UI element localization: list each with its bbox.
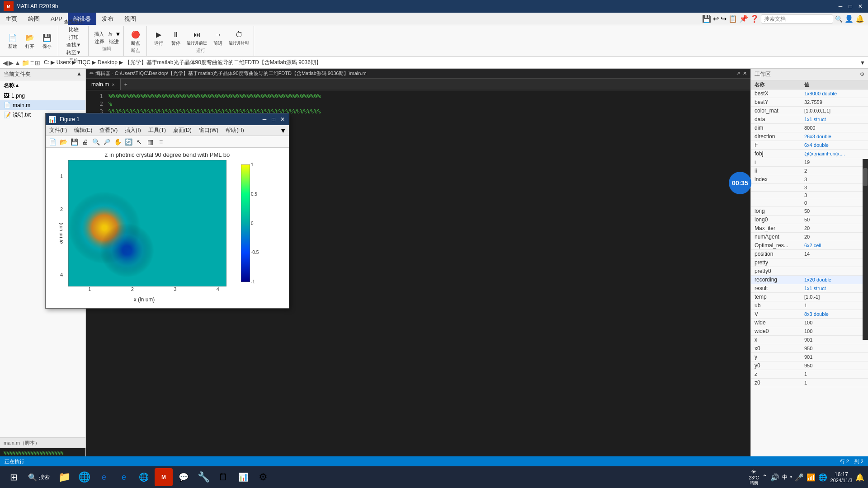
workspace-row[interactable]: fobj@(x,y)aimFcn(x,... <box>751 150 868 158</box>
editor-undock[interactable]: ↗ <box>736 70 740 76</box>
workspace-row[interactable]: wide0100 <box>751 327 868 336</box>
fig-tool-cursor[interactable]: ↖ <box>134 137 144 147</box>
taskbar-browser3[interactable]: e <box>115 468 133 486</box>
workspace-row[interactable]: x0950 <box>751 344 868 353</box>
workspace-row[interactable]: pretty <box>751 258 868 267</box>
taskbar-folder[interactable]: 📁 <box>55 468 73 486</box>
workspace-row[interactable]: Optimal_res...6x2 cell <box>751 241 868 250</box>
fig-tool-legend[interactable]: ≡ <box>156 137 166 147</box>
doc-search-input[interactable] <box>761 14 833 23</box>
taskbar-tools[interactable]: 🔧 <box>194 468 212 486</box>
workspace-row[interactable]: ii2 <box>751 167 868 175</box>
indent-button[interactable]: 缩进 <box>107 38 121 46</box>
workspace-row[interactable]: bestX1x8000 double <box>751 89 868 98</box>
run-button[interactable]: ▶ 运行 <box>151 28 167 47</box>
taskbar-browser1[interactable]: 🌐 <box>75 468 93 486</box>
compare-button[interactable]: 比较 <box>67 26 80 33</box>
print-button[interactable]: 打印 <box>67 33 80 41</box>
figure-minimize[interactable]: ─ <box>261 116 268 123</box>
expand-icon[interactable]: ⊞ <box>35 59 40 66</box>
menu-home[interactable]: 主页 <box>0 13 23 25</box>
fig-menu-edit[interactable]: 编辑(E) <box>71 127 96 134</box>
workspace-row[interactable]: direction26x3 double <box>751 132 868 141</box>
copy-icon[interactable]: 📋 <box>728 14 737 23</box>
taskbar-browser4[interactable]: 🌐 <box>135 468 153 486</box>
fig-menu-tools[interactable]: 工具(T) <box>145 127 170 134</box>
figure-menu-expand[interactable]: ▼ <box>277 127 289 134</box>
workspace-row[interactable]: bestY32.7559 <box>751 98 868 107</box>
file-panel-collapse[interactable]: ▲ <box>76 70 82 77</box>
taskbar-matlab2[interactable]: 📊 <box>234 468 252 486</box>
maximize-button[interactable]: □ <box>846 2 854 10</box>
file-item-main[interactable]: 📄 main.m <box>0 100 85 110</box>
workspace-row[interactable]: long50 <box>751 207 868 216</box>
workspace-row[interactable]: color_mat[1,0,0;0,1,1] <box>751 107 868 115</box>
find-files-button[interactable]: 查找文件 <box>62 18 85 26</box>
scrollbar-thumb[interactable] <box>863 168 868 186</box>
user-icon[interactable]: 👤 <box>844 14 854 23</box>
file-item-png[interactable]: 🖼 1.png <box>0 91 85 100</box>
workspace-row[interactable]: y0950 <box>751 361 868 370</box>
minimize-button[interactable]: ─ <box>836 2 844 10</box>
tray-speaker[interactable]: 🔊 <box>770 473 779 482</box>
workspace-row[interactable]: z1 <box>751 370 868 379</box>
tray-network[interactable]: 🌐 <box>818 473 827 482</box>
taskbar-wechat[interactable]: 💬 <box>175 468 193 486</box>
new-button[interactable]: 📄 新建 <box>5 32 21 51</box>
fig-tool-pan[interactable]: ✋ <box>113 137 123 147</box>
tray-ime[interactable]: 中 <box>782 474 788 481</box>
workspace-row[interactable]: index3 <box>751 175 868 184</box>
workspace-row[interactable]: position14 <box>751 250 868 258</box>
save-toolbar-icon[interactable]: 💾 <box>702 14 711 23</box>
tray-wifi[interactable]: 📶 <box>807 473 816 482</box>
fig-tool-save[interactable]: 💾 <box>69 137 79 147</box>
tray-mic[interactable]: 🎤 <box>795 473 804 482</box>
workspace-row[interactable]: numAgent20 <box>751 233 868 241</box>
taskbar-matlab[interactable]: M <box>155 468 173 486</box>
workspace-row[interactable]: dim8000 <box>751 124 868 132</box>
fig-menu-desktop[interactable]: 桌面(D) <box>170 127 195 134</box>
tab-main-m[interactable]: main.m × <box>86 79 121 90</box>
list-icon[interactable]: ≡ <box>30 59 34 66</box>
fig-tool-print[interactable]: 🖨 <box>80 137 90 147</box>
weather-widget[interactable]: ☀ 23°C 晴朗 <box>749 468 759 486</box>
start-button[interactable]: ⊞ <box>5 468 23 486</box>
breakpoint-button[interactable]: 🔴 断点 <box>127 28 144 47</box>
workspace-row[interactable]: data1x1 struct <box>751 115 868 124</box>
workspace-row[interactable]: long050 <box>751 216 868 224</box>
workspace-row[interactable]: 3 <box>751 184 868 192</box>
notification-center[interactable]: 🔔 <box>855 473 864 482</box>
help-icon[interactable]: ❓ <box>750 14 759 23</box>
workspace-row[interactable]: F6x4 double <box>751 141 868 150</box>
figure-maximize[interactable]: □ <box>270 116 277 123</box>
workspace-options[interactable]: ⚙ <box>860 71 864 77</box>
editor-scrollbar[interactable] <box>863 159 868 340</box>
fig-tool-zoom-out[interactable]: 🔎 <box>102 137 112 147</box>
run-forward-button[interactable]: ⏭ 运行并前进 <box>185 28 209 47</box>
menu-plot[interactable]: 绘图 <box>23 13 45 25</box>
workspace-row[interactable]: V8x3 double <box>751 310 868 319</box>
back-arrow[interactable]: ◀ <box>3 59 8 66</box>
fig-menu-file[interactable]: 文件(F) <box>46 127 71 134</box>
workspace-row[interactable]: y901 <box>751 353 868 361</box>
close-button[interactable]: ✕ <box>856 2 864 10</box>
menu-publish[interactable]: 发布 <box>96 13 119 25</box>
breadcrumb-expand[interactable]: ▼ <box>860 60 865 66</box>
run-time-button[interactable]: ⏱ 运行并计时 <box>227 28 251 47</box>
fig-menu-view[interactable]: 查看(V) <box>96 127 121 134</box>
redo-icon[interactable]: ↪ <box>721 14 726 23</box>
notification-icon[interactable]: 🔔 <box>855 14 864 23</box>
workspace-row[interactable]: recording1x20 double <box>751 276 868 284</box>
undo-icon[interactable]: ↩ <box>713 14 719 23</box>
workspace-row[interactable]: temp[1,0,-1] <box>751 293 868 301</box>
close-tab-main[interactable]: × <box>112 82 114 87</box>
tray-chevron[interactable]: ⌃ <box>762 473 768 482</box>
open-button[interactable]: 📂 打开 <box>22 32 38 51</box>
workspace-row[interactable]: pretty0 <box>751 267 868 276</box>
clock[interactable]: 16:17 2024/11/3 <box>830 471 853 483</box>
workspace-row[interactable]: 3 <box>751 192 868 199</box>
comment-button[interactable]: 注释 <box>93 38 106 46</box>
workspace-row[interactable]: 0 <box>751 199 868 207</box>
workspace-row[interactable]: i19 <box>751 158 868 167</box>
save-button[interactable]: 💾 保存 <box>39 32 55 51</box>
